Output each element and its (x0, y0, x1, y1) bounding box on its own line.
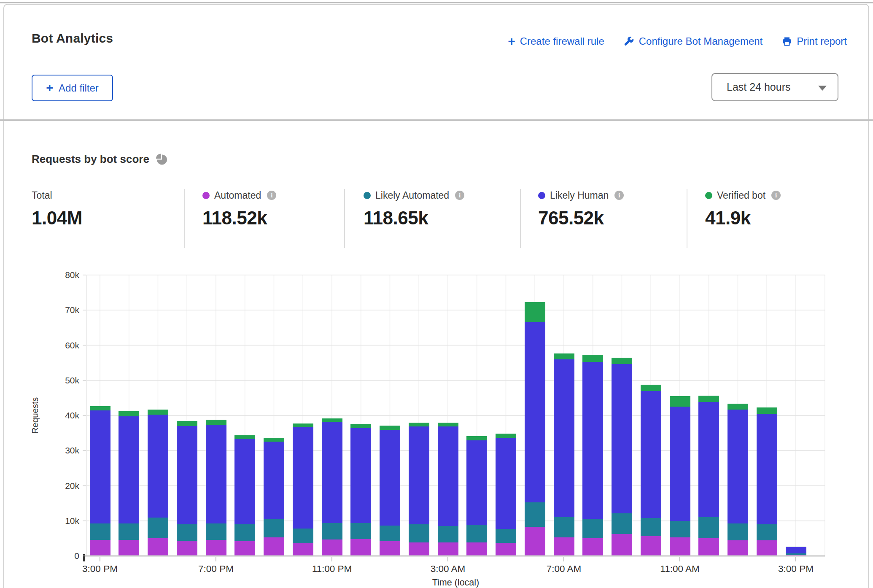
x-axis-title: Time (local) (432, 577, 480, 588)
bar-1-00-PM[interactable] (728, 404, 748, 556)
stat-label: Verified bot (717, 190, 765, 201)
bar-5-00-PM[interactable] (148, 410, 168, 556)
stat-value: 765.52k (538, 208, 687, 229)
section-header: Requests by bot score (32, 153, 167, 166)
bar-10-00-PM[interactable] (293, 423, 313, 556)
bar-9-00-AM[interactable] (612, 358, 632, 556)
bar-9-00-PM[interactable] (264, 438, 284, 556)
legend-dot-icon (538, 192, 545, 199)
bar-11-00-PM[interactable] (322, 418, 342, 556)
stat-value: 41.9k (705, 208, 873, 229)
stat-label: Automated (214, 190, 261, 201)
bar-5-00-AM[interactable] (496, 434, 516, 556)
x-axis-tick-label: 3:00 AM (431, 564, 466, 574)
print-report-link[interactable]: Print report (782, 35, 847, 47)
y-axis-tick-label: 20k (65, 481, 79, 491)
bar-2-00-PM[interactable] (757, 407, 777, 556)
stat-label: Likely Automated (375, 190, 449, 201)
x-axis-tick-label: 7:00 PM (198, 564, 234, 574)
pie-chart-icon (156, 154, 167, 165)
bar-12-00-PM[interactable] (698, 396, 719, 556)
bar-12-00-AM[interactable] (350, 424, 371, 556)
stat-likely-human: Likely Humani765.52k (520, 189, 687, 248)
y-axis-tick-label: 50k (65, 375, 79, 385)
stat-value: 1.04M (32, 208, 184, 229)
y-axis-tick-label: 60k (65, 340, 79, 350)
bar-8-00-AM[interactable] (582, 355, 603, 556)
chart-svg[interactable]: 010k20k30k40k50k60k70k80k3:00 PM7:00 PM1… (0, 253, 873, 588)
y-axis-tick-label: 80k (65, 270, 79, 280)
page-title: Bot Analytics (32, 31, 113, 46)
x-axis-tick-label: 11:00 AM (660, 564, 699, 574)
create-firewall-rule-link[interactable]: + Create firewall rule (508, 35, 604, 47)
stats-row: Total1.04MAutomatedi118.52kLikely Automa… (0, 189, 873, 248)
bar-10-00-AM[interactable] (641, 385, 661, 556)
y-axis-tick-label: 40k (65, 410, 79, 420)
bar-4-00-AM[interactable] (466, 436, 487, 556)
action-label: Create firewall rule (520, 35, 604, 47)
section-title: Requests by bot score (32, 153, 149, 166)
bar-2-00-AM[interactable] (409, 423, 429, 556)
y-axis-title: Requests (30, 397, 40, 434)
stat-verified-bot: Verified boti41.9k (687, 189, 873, 248)
legend-dot-icon (705, 192, 712, 199)
y-axis-tick-label: 70k (65, 305, 79, 315)
info-icon[interactable]: i (455, 191, 464, 200)
stat-total: Total1.04M (0, 189, 184, 248)
bar-7-00-AM[interactable] (554, 353, 574, 556)
time-range-select[interactable]: Last 24 hours (711, 73, 838, 101)
plus-icon: + (508, 37, 515, 46)
wrench-icon (624, 36, 634, 47)
stat-value: 118.65k (364, 208, 520, 229)
plus-icon: + (46, 84, 53, 92)
action-label: Configure Bot Management (639, 35, 763, 47)
info-icon[interactable]: i (614, 191, 624, 200)
bar-6-00-PM[interactable] (177, 421, 197, 556)
time-range-value: Last 24 hours (727, 81, 791, 93)
chart: 010k20k30k40k50k60k70k80k3:00 PM7:00 PM1… (0, 253, 873, 588)
bar-1-00-AM[interactable] (380, 426, 400, 556)
bar-3-00-PM[interactable] (90, 406, 110, 556)
y-axis-tick-label: 30k (65, 445, 79, 455)
configure-bot-management-link[interactable]: Configure Bot Management (624, 35, 763, 47)
printer-icon (782, 36, 792, 46)
x-axis-tick-label: 3:00 PM (82, 564, 118, 574)
bar-3-00-AM[interactable] (438, 423, 458, 556)
bar-3-00-PM[interactable] (786, 547, 806, 556)
bar-6-00-AM[interactable] (525, 302, 545, 556)
legend-dot-icon (202, 192, 210, 199)
stat-label: Total (32, 190, 52, 201)
stat-likely-automated: Likely Automatedi118.65k (344, 189, 520, 248)
bar-8-00-PM[interactable] (234, 435, 255, 556)
stat-label: Likely Human (550, 190, 609, 201)
section-divider (0, 119, 873, 121)
chevron-down-icon (818, 86, 827, 91)
legend-dot-icon (364, 192, 371, 199)
info-icon[interactable]: i (771, 191, 781, 200)
y-axis-tick-label: 0 (74, 551, 79, 561)
top-border-line (0, 2, 873, 3)
add-filter-label: Add filter (59, 82, 99, 94)
bar-4-00-PM[interactable] (119, 411, 139, 556)
stat-automated: Automatedi118.52k (184, 189, 344, 248)
add-filter-button[interactable]: + Add filter (32, 75, 113, 101)
header-actions: + Create firewall rule Configure Bot Man… (508, 35, 847, 47)
bar-11-00-AM[interactable] (670, 396, 690, 556)
info-icon[interactable]: i (267, 191, 276, 200)
stat-value: 118.52k (202, 208, 344, 229)
action-label: Print report (797, 35, 847, 47)
bar-7-00-PM[interactable] (206, 420, 226, 556)
x-axis-tick-label: 3:00 PM (778, 564, 814, 574)
x-axis-tick-label: 11:00 PM (312, 564, 352, 574)
x-axis-tick-label: 7:00 AM (547, 564, 582, 574)
y-axis-tick-label: 10k (65, 516, 79, 526)
